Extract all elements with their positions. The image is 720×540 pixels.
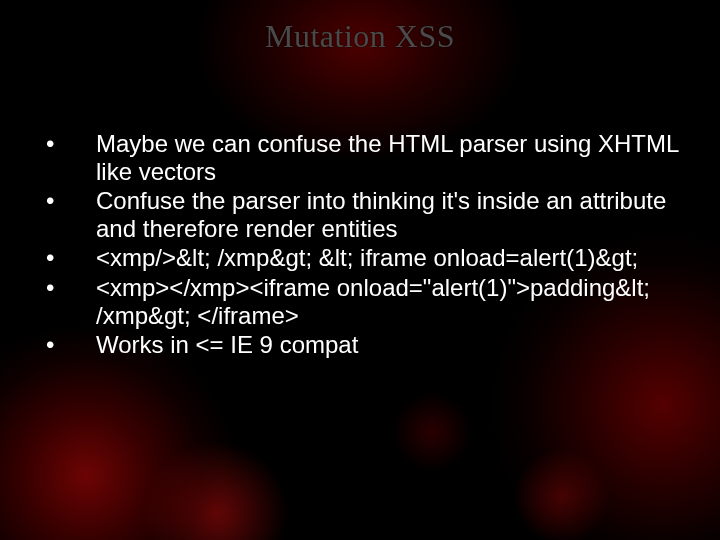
slide-title: Mutation XSS [0, 18, 720, 55]
list-item: • Works in <= IE 9 compat [40, 331, 680, 359]
list-item: • <xmp></xmp><iframe onload="alert(1)">p… [40, 274, 680, 329]
list-item-text: <xmp></xmp><iframe onload="alert(1)">pad… [96, 274, 680, 329]
list-item: • Maybe we can confuse the HTML parser u… [40, 130, 680, 185]
list-item: • <xmp/>&lt; /xmp&gt; &lt; iframe onload… [40, 244, 680, 272]
bullet-list: • Maybe we can confuse the HTML parser u… [40, 130, 680, 359]
list-item-text: <xmp/>&lt; /xmp&gt; &lt; iframe onload=a… [96, 244, 680, 272]
bullet-icon: • [40, 244, 96, 272]
bullet-icon: • [40, 274, 96, 302]
list-item-text: Maybe we can confuse the HTML parser usi… [96, 130, 680, 185]
list-item-text: Confuse the parser into thinking it's in… [96, 187, 680, 242]
slide-body: • Maybe we can confuse the HTML parser u… [40, 130, 680, 361]
slide: Mutation XSS • Maybe we can confuse the … [0, 0, 720, 540]
bullet-icon: • [40, 130, 96, 158]
bullet-icon: • [40, 187, 96, 215]
list-item-text: Works in <= IE 9 compat [96, 331, 680, 359]
bullet-icon: • [40, 331, 96, 359]
list-item: • Confuse the parser into thinking it's … [40, 187, 680, 242]
